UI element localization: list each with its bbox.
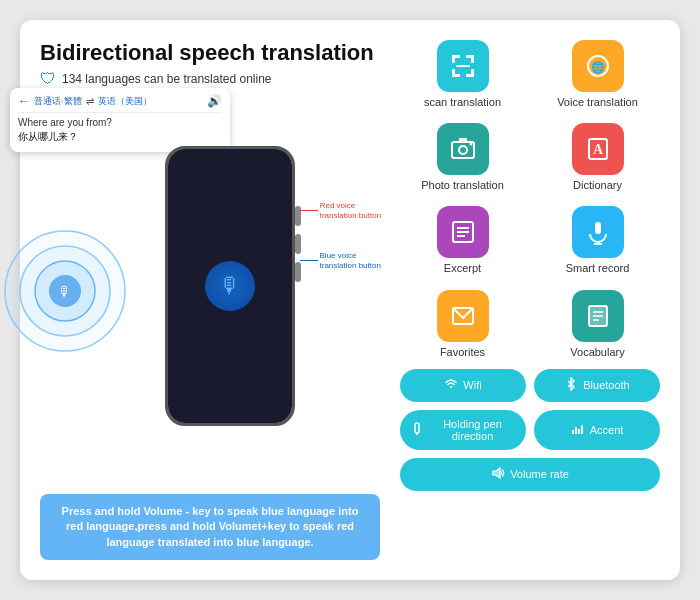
scan-translation-label: scan translation [424, 96, 501, 109]
holding-pen-label: Holding pen direction [429, 418, 516, 442]
excerpt-label: Excerpt [444, 262, 481, 275]
smart-record-label: Smart record [566, 262, 630, 275]
phone-screen: 🎙 [168, 149, 292, 423]
annotation-blue: Blue voice translation button [300, 251, 390, 270]
svg-rect-18 [459, 138, 467, 142]
photo-translation-label: Photo translation [421, 179, 504, 192]
feature-scan-translation[interactable]: scan translation [400, 40, 525, 109]
feature-voice-translation[interactable]: 🌐Voice translation [535, 40, 660, 109]
svg-point-19 [469, 143, 472, 146]
svg-rect-35 [415, 423, 419, 433]
bluetooth-icon [564, 377, 578, 394]
left-panel: Bidirectional speech translation 🛡 134 l… [40, 40, 380, 560]
vocabulary-icon [572, 290, 624, 342]
svg-rect-39 [581, 425, 583, 434]
back-icon: ← [18, 94, 30, 108]
lang-from: 普通话·繁體 [34, 95, 82, 108]
feature-favorites[interactable]: Favorites [400, 290, 525, 359]
title-section: Bidirectional speech translation 🛡 134 l… [40, 40, 380, 88]
trans-header: ← 普通话·繁體 ⇌ 英语（美国） 🔊 [18, 94, 222, 113]
feature-vocabulary[interactable]: Vocabulary [535, 290, 660, 359]
svg-rect-6 [452, 55, 455, 63]
accent-icon [571, 421, 585, 438]
lang-to: 英语（美国） [98, 95, 152, 108]
volume-rate-button[interactable]: Volume rate [400, 458, 660, 491]
feature-smart-record[interactable]: Smart record [535, 206, 660, 275]
feature-grid: scan translation🌐Voice translationPhoto … [400, 40, 660, 359]
feature-photo-translation[interactable]: Photo translation [400, 123, 525, 192]
accent-button[interactable]: Accent [534, 410, 660, 450]
wifi-icon [444, 377, 458, 394]
subtitle-row: 🛡 134 languages can be translated online [40, 70, 380, 88]
favorites-icon [437, 290, 489, 342]
feature-excerpt[interactable]: Excerpt [400, 206, 525, 275]
volume-icon: 🔊 [207, 94, 222, 108]
dictionary-label: Dictionary [573, 179, 622, 192]
bottom-info: Press and hold Volume - key to speak blu… [40, 494, 380, 560]
buttons-section: WifiBluetoothHolding pen directionAccent… [400, 369, 660, 491]
vocabulary-label: Vocabulary [570, 346, 624, 359]
wifi-button[interactable]: Wifi [400, 369, 526, 402]
svg-rect-26 [595, 222, 601, 234]
text-english: Where are you from? [18, 117, 222, 128]
wifi-label: Wifi [463, 379, 481, 391]
bluetooth-button[interactable]: Bluetooth [534, 369, 660, 402]
svg-rect-10 [452, 69, 455, 77]
volume-rate-icon [491, 466, 505, 483]
feature-dictionary[interactable]: ADictionary [535, 123, 660, 192]
svg-rect-37 [575, 427, 577, 434]
subtitle-text: 134 languages can be translated online [62, 72, 272, 86]
dictionary-icon: A [572, 123, 624, 175]
sound-waves: 🎙 [0, 226, 130, 356]
svg-text:A: A [592, 142, 603, 157]
page-title: Bidirectional speech translation [40, 40, 380, 66]
shield-icon: 🛡 [40, 70, 56, 88]
favorites-label: Favorites [440, 346, 485, 359]
mic-circle: 🎙 [205, 261, 255, 311]
device-area: ← 普通话·繁體 ⇌ 英语（美国） 🔊 Where are you from? … [40, 98, 380, 483]
right-panel: scan translation🌐Voice translationPhoto … [400, 40, 660, 560]
scan-translation-icon [437, 40, 489, 92]
trans-body: Where are you from? 你从哪儿来？ [18, 117, 222, 144]
bluetooth-label: Bluetooth [583, 379, 629, 391]
svg-rect-8 [471, 55, 474, 63]
svg-point-17 [459, 146, 467, 154]
main-card: Bidirectional speech translation 🛡 134 l… [20, 20, 680, 580]
accent-label: Accent [590, 424, 624, 436]
svg-text:🎙: 🎙 [58, 284, 72, 300]
text-chinese: 你从哪儿来？ [18, 130, 222, 144]
smart-record-icon [572, 206, 624, 258]
phone-mockup: 🎙 Red voice translation button [125, 146, 295, 436]
svg-rect-36 [572, 430, 574, 434]
holding-pen-button[interactable]: Holding pen direction [400, 410, 526, 450]
excerpt-icon [437, 206, 489, 258]
svg-rect-13 [456, 65, 470, 67]
photo-translation-icon [437, 123, 489, 175]
lang-arrow: ⇌ [86, 96, 94, 107]
translation-card: ← 普通话·繁體 ⇌ 英语（美国） 🔊 Where are you from? … [10, 88, 230, 152]
svg-rect-38 [578, 429, 580, 434]
voice-translation-icon: 🌐 [572, 40, 624, 92]
volume-rate-label: Volume rate [510, 468, 569, 480]
voice-translation-label: Voice translation [557, 96, 638, 109]
phone-body: 🎙 [165, 146, 295, 426]
svg-text:🌐: 🌐 [591, 60, 605, 74]
svg-point-34 [450, 386, 452, 388]
holding-pen-icon [410, 421, 424, 438]
svg-rect-12 [471, 69, 474, 77]
annotation-red: Red voice translation button [300, 201, 390, 220]
